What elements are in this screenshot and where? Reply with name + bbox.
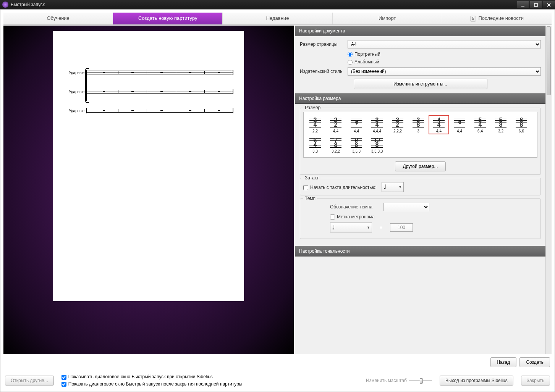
timesig-grid: 242,2224,4𝄵4,4344,4,4322,2,2383444,4𝄴4,4… [303, 112, 537, 158]
create-button[interactable]: Создать [519, 357, 550, 367]
news-badge: 5 [470, 16, 476, 22]
timesig-legend: Размер [303, 105, 322, 110]
tab-learn[interactable]: Обучение [3, 13, 113, 24]
house-style-label: Издательский стиль [300, 69, 348, 74]
timesig-option[interactable]: 583,2 [491, 115, 511, 134]
stave-label: Ударные [64, 90, 86, 94]
timesig-option[interactable]: 643,3 [305, 136, 325, 154]
timesig-option[interactable]: 783,2,2 [326, 136, 346, 154]
orientation-portrait[interactable]: Портретный [348, 52, 541, 57]
tempo-value-input[interactable] [390, 223, 413, 232]
chevron-down-icon: ▼ [367, 226, 370, 229]
svg-rect-1 [534, 3, 537, 6]
open-other-button[interactable]: Открыть другие... [5, 376, 54, 386]
window-title: Быстрый запуск [11, 2, 45, 7]
dialog: Обучение Создать новую партитуру Недавни… [0, 9, 555, 392]
timesig-option[interactable]: 242,2 [305, 115, 325, 134]
chevron-down-icon: ▼ [398, 185, 402, 189]
timesig-option[interactable]: 383 [408, 115, 428, 134]
score-preview: Ударные Ударные Ударные [3, 26, 294, 354]
zoom-label: Изменить масштаб [366, 378, 407, 383]
timesig-option[interactable]: 322,2,2 [388, 115, 408, 134]
equals-sign: = [380, 225, 382, 230]
tempo-legend: Темп [303, 196, 317, 201]
minimize-button[interactable] [517, 1, 529, 8]
timesig-option[interactable]: 224,4 [326, 115, 346, 134]
zoom-control: Изменить масштаб [366, 378, 432, 383]
timesig-option[interactable]: 983,3,3 [346, 136, 366, 154]
footer: Открыть другие... Показывать диалоговое … [0, 369, 555, 392]
page-size-label: Размер страницы [300, 42, 348, 47]
titlebar: Быстрый запуск [0, 0, 555, 9]
slider-knob[interactable] [420, 378, 423, 384]
timesig-option[interactable]: 546,4 [470, 115, 490, 134]
timesig-option[interactable]: 𝄴4,4 [450, 115, 469, 134]
pickup-legend: Затакт [303, 175, 320, 181]
zoom-slider[interactable] [409, 380, 432, 381]
tab-import[interactable]: Импорт [333, 13, 442, 24]
timesig-option[interactable]: 𝄵4,4 [346, 115, 366, 134]
section-time-signature: Настройка размера [295, 93, 545, 104]
orientation-landscape[interactable]: Альбомный [348, 59, 541, 65]
show-on-start-checkbox[interactable]: Показывать диалоговое окно Быстрый запус… [61, 374, 243, 379]
tab-bar: Обучение Создать новую партитуру Недавни… [3, 13, 552, 25]
change-instruments-button[interactable]: Изменить инструменты... [354, 79, 487, 89]
pickup-checkbox[interactable]: Начать с такта длительностью: [303, 185, 377, 190]
back-button[interactable]: Назад [490, 357, 516, 367]
page-size-select[interactable]: A4 [348, 40, 541, 48]
house-style-select[interactable]: (Без изменений) [348, 67, 541, 76]
timesig-option[interactable]: 444,4 [429, 115, 449, 134]
scrollbar-thumb[interactable] [547, 26, 551, 95]
timesig-option[interactable]: 1283,3,3,3 [367, 136, 387, 154]
section-document-settings: Настройки документа [295, 26, 545, 36]
pickup-duration-select[interactable]: ♩▼ [382, 182, 404, 192]
app-icon [2, 2, 8, 8]
nav-bar: Назад Создать [0, 354, 555, 369]
quarter-note-icon: ♩ [332, 224, 335, 231]
exit-button[interactable]: Выход из программы Sibelius [440, 376, 513, 386]
show-after-close-checkbox[interactable]: Показать диалоговое окно Быстрый запуск … [61, 381, 243, 387]
scrollbar[interactable] [545, 26, 552, 354]
close-dialog-button[interactable]: Закрыть [521, 376, 550, 386]
tab-recent[interactable]: Недавние [223, 13, 332, 24]
section-key-signature: Настройка тональности [295, 246, 545, 256]
timesig-option[interactable]: 686,6 [511, 115, 531, 134]
maximize-button[interactable] [530, 1, 542, 8]
stave-label: Ударные [64, 71, 86, 75]
close-button[interactable] [543, 1, 555, 8]
stave-label: Ударные [64, 109, 86, 113]
settings-panel: Настройки документа Размер страницы A4 П… [295, 26, 552, 354]
timesig-option[interactable]: 344,4,4 [367, 115, 387, 134]
tempo-note-select[interactable]: ♩▼ [330, 223, 372, 232]
tab-news[interactable]: 5Последние новости [442, 13, 552, 24]
page-preview: Ударные Ударные Ударные [53, 31, 244, 301]
tempo-text-label: Обозначение темпа [330, 204, 383, 210]
quarter-note-icon: ♩ [383, 183, 387, 190]
other-timesig-button[interactable]: Другой размер... [395, 161, 446, 171]
tab-new-score[interactable]: Создать новую партитуру [113, 13, 223, 24]
metronome-checkbox[interactable]: Метка метронома [330, 214, 375, 219]
tempo-text-select[interactable] [383, 203, 429, 211]
